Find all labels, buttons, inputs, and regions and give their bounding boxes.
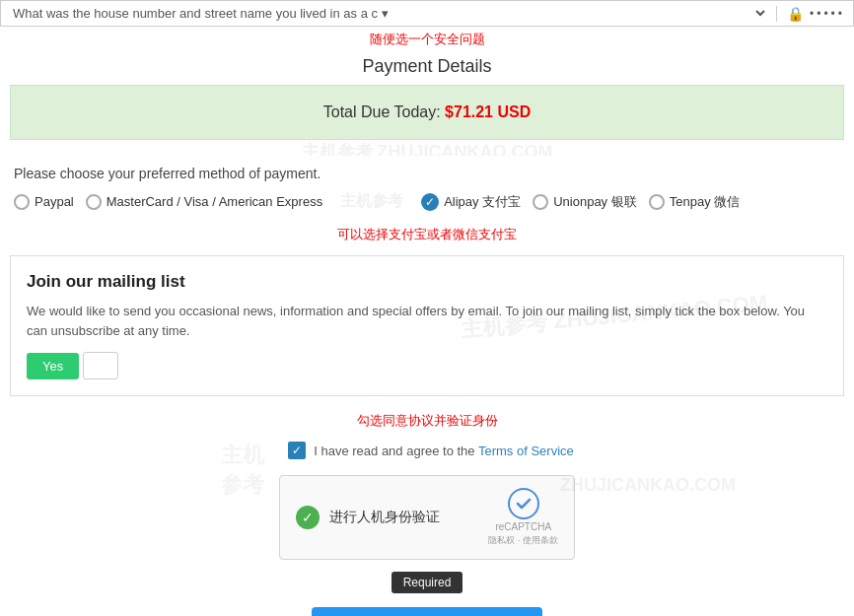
security-question-bar: What was the house number and street nam… bbox=[0, 0, 854, 27]
payment-method-label: Please choose your preferred method of p… bbox=[14, 166, 840, 181]
annotation-payment-method: 可以选择支付宝或者微信支付宝 bbox=[0, 222, 854, 247]
terms-of-service-row: 主机参考 ✓ I have read and agree to the Term… bbox=[0, 434, 854, 467]
tenpay-label: Tenpay 微信 bbox=[670, 193, 741, 211]
terms-link[interactable]: Terms of Service bbox=[478, 444, 574, 458]
mailing-yes-button[interactable]: Yes bbox=[27, 353, 79, 379]
payment-option-unionpay[interactable]: Unionpay 银联 bbox=[533, 193, 637, 211]
lock-icon: 🔒 bbox=[787, 6, 804, 22]
radio-tenpay bbox=[649, 194, 665, 210]
security-question-dropdown[interactable]: What was the house number and street nam… bbox=[9, 5, 768, 22]
annotation-security-question: 随便选一个安全问题 bbox=[0, 27, 854, 50]
recaptcha-checkmark: ✓ bbox=[296, 506, 320, 529]
mastercard-label: MasterCard / Visa / American Express bbox=[107, 194, 322, 209]
complete-order-button[interactable]: Complete Order ❯ bbox=[312, 607, 542, 616]
payment-option-alipay[interactable]: ✓ Alipay 支付宝 bbox=[421, 193, 521, 211]
annotation-agree-verify: 勾选同意协议并验证身份 bbox=[0, 404, 854, 434]
radio-mastercard bbox=[86, 194, 102, 210]
payment-details-title: Payment Details bbox=[0, 50, 854, 85]
recaptcha-brand: reCAPTCHA bbox=[495, 521, 551, 532]
payment-option-tenpay[interactable]: Tenpay 微信 bbox=[649, 193, 741, 211]
total-due-bar: Total Due Today: $71.21 USD bbox=[10, 85, 844, 140]
recaptcha-logo-icon bbox=[508, 488, 539, 519]
total-label: Total Due Today: bbox=[323, 103, 441, 120]
recaptcha-right: reCAPTCHA 隐私权 · 使用条款 bbox=[488, 488, 558, 547]
payment-option-mastercard[interactable]: MasterCard / Visa / American Express bbox=[86, 194, 322, 210]
radio-unionpay bbox=[533, 194, 548, 210]
payment-option-paypal[interactable]: Paypal bbox=[14, 194, 74, 210]
lock-area: 🔒 ••••• bbox=[776, 6, 845, 22]
password-dots: ••••• bbox=[810, 7, 845, 21]
recaptcha-left: ✓ 进行人机身份验证 bbox=[296, 506, 440, 529]
radio-paypal bbox=[14, 194, 30, 210]
paypal-label: Paypal bbox=[35, 194, 74, 209]
unionpay-label: Unionpay 银联 bbox=[553, 193, 637, 211]
recaptcha-label: 进行人机身份验证 bbox=[329, 509, 440, 526]
recaptcha-box[interactable]: ✓ 进行人机身份验证 reCAPTCHA 隐私权 · 使用条款 bbox=[279, 475, 575, 560]
mailing-list-title: Join our mailing list bbox=[27, 272, 827, 292]
recaptcha-links: 隐私权 · 使用条款 bbox=[488, 534, 558, 547]
terms-checkbox[interactable]: ✓ bbox=[288, 442, 306, 459]
radio-alipay-checked: ✓ bbox=[421, 193, 439, 211]
required-badge: Required bbox=[391, 572, 463, 593]
alipay-label: Alipay 支付宝 bbox=[444, 193, 521, 211]
mailing-no-area bbox=[83, 352, 118, 379]
required-row: Required bbox=[0, 568, 854, 601]
terms-text: I have read and agree to the Terms of Se… bbox=[314, 444, 574, 458]
payment-options: Paypal MasterCard / Visa / American Expr… bbox=[14, 191, 840, 212]
svg-point-0 bbox=[509, 489, 538, 518]
mailing-list-text: We would like to send you occasional new… bbox=[27, 302, 827, 340]
payment-method-section: Please choose your preferred method of p… bbox=[0, 156, 854, 222]
total-amount: $71.21 USD bbox=[445, 103, 531, 120]
mailing-list-section: Join our mailing list We would like to s… bbox=[10, 255, 844, 396]
